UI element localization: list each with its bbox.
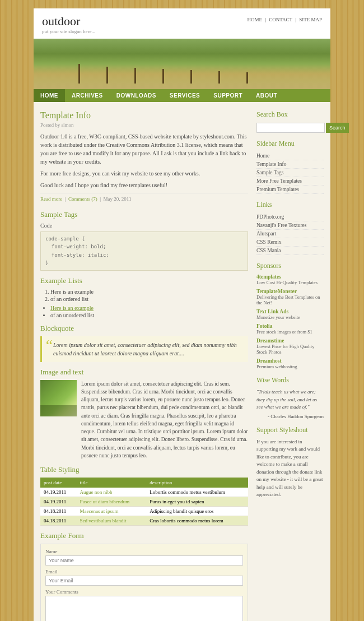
table-row: 04.19.2011 Augue non nibh Lobortis commo… bbox=[40, 488, 248, 497]
post-body-3: Good luck and I hope you find my free te… bbox=[40, 181, 248, 189]
links-section: Links PDPhoto.org Navanji's Free Texture… bbox=[256, 201, 324, 255]
cell-desc: Cras lobortis commodo metus lorem bbox=[146, 516, 248, 526]
nav-downloads[interactable]: DOWNLOADS bbox=[110, 89, 163, 102]
search-box: Search bbox=[256, 123, 324, 133]
link-cssmania[interactable]: CSS Mania bbox=[256, 247, 324, 255]
wise-words-author: - Charles Haddon Spurgeon bbox=[256, 414, 324, 419]
image-text-title: Image and text bbox=[40, 368, 248, 377]
wise-words-title: Wise Words bbox=[256, 376, 324, 386]
post-body-2: For more free designs, you can visit my … bbox=[40, 169, 248, 178]
main-nav: HOME ARCHIVES DOWNLOADS SERVICES SUPPORT… bbox=[34, 89, 330, 102]
search-title: Search Box bbox=[256, 110, 324, 120]
cell-date: 04.19.2011 bbox=[40, 488, 77, 497]
row-link[interactable]: Fusce ut diam bibendum bbox=[80, 499, 130, 504]
header-nav: HOME | CONTACT | SITE MAP bbox=[247, 14, 322, 22]
search-input[interactable] bbox=[256, 123, 325, 133]
nav-about[interactable]: ABOUT bbox=[249, 89, 284, 102]
list-link[interactable]: Here is an example bbox=[50, 305, 94, 311]
link-pdphoto[interactable]: PDPhoto.org bbox=[256, 213, 324, 221]
table-row: 04.18.2011 Sed vestibulum blandit Cras l… bbox=[40, 516, 248, 526]
sponsor-templatemonster: TemplateMonster Delivering the Best Temp… bbox=[256, 289, 324, 305]
wise-words-text: "Trials teach us what we are; they dig u… bbox=[256, 388, 324, 411]
row-link[interactable]: Sed vestibulum blandit bbox=[80, 518, 127, 523]
main-content: Template Info Posted by simon Outdoor 1.… bbox=[40, 110, 256, 621]
cell-desc: Lobortis commodo metus vestibulum bbox=[146, 488, 248, 497]
comments-link[interactable]: Comments (7) bbox=[68, 196, 97, 202]
sidebar-menu-title: Sidebar Menu bbox=[256, 140, 324, 149]
post: Template Info Posted by simon Outdoor 1.… bbox=[40, 110, 248, 202]
fence-post bbox=[218, 71, 220, 84]
comments-label: Your Comments bbox=[45, 589, 243, 595]
th-desc: description bbox=[146, 478, 248, 488]
post-title: Template Info bbox=[40, 110, 248, 121]
nav-services[interactable]: SERVICES bbox=[163, 89, 207, 102]
content-area: Template Info Posted by simon Outdoor 1.… bbox=[34, 102, 330, 621]
table-row: 04.19.2011 Fusce ut diam bibendum Purus … bbox=[40, 497, 248, 507]
image-text-section: Image and text Lorem ipsum dolor sit ame… bbox=[40, 368, 248, 460]
nav-contact-link[interactable]: CONTACT bbox=[269, 17, 292, 22]
read-more-link[interactable]: Read more bbox=[40, 196, 62, 202]
link-cssremix[interactable]: CSS Remix bbox=[256, 238, 324, 247]
fence-post bbox=[106, 67, 108, 84]
blockquote-box: Lorem ipsum dolor sit amet, consectetuer… bbox=[40, 336, 248, 362]
comments-textarea[interactable] bbox=[45, 596, 243, 621]
sidebar-item-premium[interactable]: Premium Templates bbox=[256, 186, 324, 194]
links-title: Links bbox=[256, 201, 324, 210]
post-footer: Read more | Comments (7) | May 20, 2011 bbox=[40, 193, 248, 202]
blockquote-section: Blockquote Lorem ipsum dolor sit amet, c… bbox=[40, 324, 248, 362]
sponsor-fotolia: Fotolia Free stock images or from $1 bbox=[256, 323, 324, 335]
sidebar-links: PDPhoto.org Navanji's Free Textures Alut… bbox=[256, 213, 324, 255]
fence-post bbox=[162, 69, 164, 84]
list-item: of an unordered list bbox=[50, 312, 248, 318]
table-styling-section: Table Styling post date title descriptio… bbox=[40, 465, 248, 526]
cell-desc: Purus in eget you id sapien bbox=[146, 497, 248, 507]
cell-date: 04.18.2011 bbox=[40, 516, 77, 526]
unordered-list: Here is an example of an unordered list bbox=[50, 305, 248, 318]
nav-home[interactable]: HOME bbox=[34, 89, 65, 102]
form-box: Name Email Your Comments Send Message bbox=[40, 544, 248, 621]
thumbnail-image bbox=[40, 380, 77, 416]
search-button[interactable]: Search bbox=[326, 123, 349, 133]
nav-support[interactable]: SUPPORT bbox=[207, 89, 249, 102]
support-title: Support Styleshout bbox=[256, 426, 324, 435]
email-input[interactable] bbox=[45, 576, 243, 586]
sponsor-dreamhost: Dreamhost Premium webhosting bbox=[256, 358, 324, 369]
sidebar-item-template-info[interactable]: Template Info bbox=[256, 160, 324, 169]
list-item: of an ordered list bbox=[50, 296, 248, 302]
table-head: post date title description bbox=[40, 478, 248, 488]
row-link[interactable]: Maecenas at ipsum bbox=[80, 508, 119, 514]
sidebar-item-more-templates[interactable]: More Free Templates bbox=[256, 177, 324, 186]
sponsor-4templates: 4templates Low Cost Hi-Quality Templates bbox=[256, 274, 324, 285]
row-link[interactable]: Augue non nibh bbox=[80, 489, 113, 495]
form-title: Example Form bbox=[40, 531, 248, 540]
cell-title: Sed vestibulum blandit bbox=[77, 516, 147, 526]
image-text-content: Lorem ipsum dolor sit amet, consectetuer… bbox=[40, 380, 248, 460]
sidebar-item-sample-tags[interactable]: Sample Tags bbox=[256, 169, 324, 177]
sidebar-item-home[interactable]: Home bbox=[256, 152, 324, 160]
nav-sitemap-link[interactable]: SITE MAP bbox=[299, 17, 322, 22]
site-tagline: put your site slogan here... bbox=[42, 29, 95, 34]
nav-archives[interactable]: ARCHIVES bbox=[65, 89, 110, 102]
sample-tags-section: Sample Tags Code code-sample { font-weig… bbox=[40, 210, 248, 271]
form-section: Example Form Name Email Your Comments Se… bbox=[40, 531, 248, 621]
example-lists-title: Example Lists bbox=[40, 276, 248, 285]
sample-tags-title: Sample Tags bbox=[40, 210, 248, 219]
fence-post bbox=[246, 72, 248, 84]
link-alutspart[interactable]: Alutspart bbox=[256, 230, 324, 238]
fence-post bbox=[190, 70, 192, 84]
link-navanji[interactable]: Navanji's Free Textures bbox=[256, 221, 324, 230]
image-text-body: Lorem ipsum dolor sit amet, consectetuer… bbox=[81, 380, 248, 460]
code-label: Code bbox=[40, 223, 248, 229]
table-row: 04.18.2011 Maecenas at ipsum Adipiscing … bbox=[40, 507, 248, 516]
name-label: Name bbox=[45, 549, 243, 554]
ordered-list: Here is an example of an ordered list bbox=[50, 289, 248, 302]
email-label: Email bbox=[45, 569, 243, 574]
table-title: Table Styling bbox=[40, 465, 248, 474]
post-body-1: Outdoor 1.0 is a free, W3C-compliant, CS… bbox=[40, 132, 248, 166]
name-input[interactable] bbox=[45, 555, 243, 566]
site-title: outdoor bbox=[42, 14, 95, 29]
nav-home-link[interactable]: HOME bbox=[247, 17, 262, 22]
sponsor-dreamstime: Dreamstime Lowest Price for High Quality… bbox=[256, 338, 324, 355]
cell-desc: Adipiscing blandit quisque eros bbox=[146, 507, 248, 516]
fence-post bbox=[78, 64, 80, 84]
